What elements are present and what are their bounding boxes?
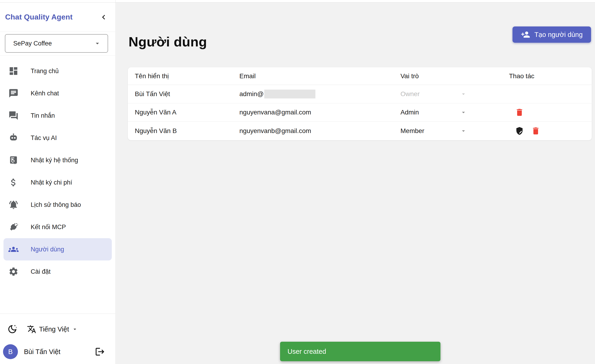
sidebar-divider [0,55,115,55]
language-selector[interactable]: Tiếng Việt [27,324,78,334]
page-title: Người dùng [128,34,207,49]
sidebar-item-ai-tasks[interactable]: Tác vụ AI [3,127,112,149]
avatar: B [3,344,18,359]
robot-icon [8,133,19,143]
user-email: admin@ [239,89,400,98]
sidebar-item-label: Người dùng [31,246,64,253]
language-label: Tiếng Việt [39,325,69,333]
chevron-down-icon [94,40,101,47]
trash-icon [515,108,524,117]
sidebar: Chat Quality Agent SePay Coffee Trang ch… [0,0,115,364]
delete-user-button[interactable] [530,126,541,136]
dashboard-icon [8,66,19,76]
sidebar-item-messages[interactable]: Tin nhắn [3,104,112,127]
users-table: Tên hiển thị Email Vai trò Thao tác Bùi … [128,67,592,140]
table-row: Nguyễn Văn B nguyenvanb@gmail.com Member [128,122,592,140]
dark-mode-toggle[interactable] [7,324,18,335]
user-display-name: Nguyễn Văn A [135,109,239,116]
sidebar-item-chat-channels[interactable]: Kênh chat [3,82,112,104]
trash-icon [531,126,540,136]
column-header-actions: Thao tác [509,72,592,80]
translate-icon [27,324,36,334]
user-display-name: Nguyễn Văn B [135,127,239,135]
role-select-owner: Owner [400,90,467,98]
column-header-name: Tên hiển thị [135,72,239,80]
chevron-left-icon [99,13,108,22]
gear-icon [8,267,19,277]
sidebar-item-mcp-connections[interactable]: Kết nối MCP [3,216,112,238]
sidebar-item-notification-history[interactable]: Lịch sử thông báo [3,194,112,216]
role-value: Admin [400,109,419,116]
sidebar-item-label: Kết nối MCP [31,224,66,231]
sidebar-item-label: Tin nhắn [31,112,55,119]
role-value: Owner [400,90,419,98]
workspace-selector[interactable]: SePay Coffee [5,34,108,53]
bell-icon [8,200,19,210]
sidebar-item-cost-logs[interactable]: Nhật ký chi phí [3,171,112,194]
user-display-name: Bùi Tấn Việt [135,90,239,98]
chat-icon [8,88,19,98]
collapse-sidebar-button[interactable] [99,13,108,22]
row-actions [509,107,592,118]
chevron-down-icon [460,109,467,116]
chevron-down-icon [460,90,467,97]
role-select[interactable]: Member [400,127,467,135]
column-header-role: Vai trò [400,72,509,80]
role-value: Member [400,127,425,135]
plug-icon [8,222,19,232]
sidebar-item-settings[interactable]: Cài đặt [3,261,112,283]
redacted-email-box [264,89,315,98]
column-header-email: Email [239,72,400,80]
create-user-button[interactable]: Tạo người dùng [512,27,591,43]
forum-icon [8,110,19,121]
edit-permissions-button[interactable] [514,126,525,136]
sidebar-item-system-logs[interactable]: Nhật ký hệ thống [3,149,112,171]
logout-button[interactable] [95,347,105,357]
main-content: Người dùng Tạo người dùng Tên hiển thị E… [116,3,595,364]
sidebar-header: Chat Quality Agent [0,3,115,32]
logout-icon [95,347,105,357]
app-title: Chat Quality Agent [5,13,72,21]
table-header-row: Tên hiển thị Email Vai trò Thao tác [128,67,592,85]
sidebar-item-home[interactable]: Trang chủ [3,60,112,82]
top-border-line [0,2,595,3]
sidebar-item-label: Kênh chat [31,90,59,97]
sidebar-item-label: Lịch sử thông báo [31,201,81,208]
chevron-down-icon [72,326,78,332]
workspace-selector-value: SePay Coffee [13,40,52,47]
table-row: Nguyễn Văn A nguyenvana@gmail.com Admin [128,103,592,122]
moon-icon [7,324,18,335]
user-name: Bùi Tấn Việt [24,348,60,356]
row-actions [509,126,592,136]
role-select[interactable]: Admin [400,109,467,116]
dollar-icon [8,177,19,188]
sidebar-item-label: Trang chủ [31,68,59,75]
sidebar-item-label: Nhật ký chi phí [31,179,72,186]
sidebar-item-users[interactable]: Người dùng [3,238,112,261]
table-row: Bùi Tấn Việt admin@ Owner [128,85,592,103]
shield-edit-icon [515,126,524,136]
chevron-down-icon [460,127,467,134]
person-add-icon [521,30,530,39]
user-email-text: admin@ [239,90,264,98]
user-email-text: nguyenvanb@gmail.com [239,127,311,135]
people-icon [8,244,19,254]
sidebar-item-label: Nhật ký hệ thống [31,157,78,164]
toast-notification: User created [280,342,440,361]
sidebar-footer: Tiếng Việt B Bùi Tấn Việt [0,314,115,364]
delete-user-button[interactable] [514,107,525,118]
toast-message: User created [288,348,326,355]
sidebar-item-label: Tác vụ AI [31,134,57,142]
user-email: nguyenvanb@gmail.com [239,127,400,135]
user-email-text: nguyenvana@gmail.com [239,109,311,116]
create-user-button-label: Tạo người dùng [534,31,583,39]
log-search-icon [8,155,19,165]
user-email: nguyenvana@gmail.com [239,109,400,116]
sidebar-nav: Trang chủ Kênh chat Tin nhắn Tác vụ AI [0,60,115,283]
sidebar-item-label: Cài đặt [31,268,51,275]
